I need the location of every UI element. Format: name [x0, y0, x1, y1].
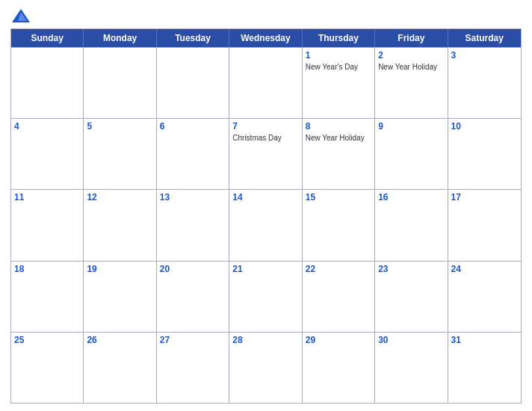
- calendar-cell: 7Christmas Day: [229, 119, 302, 189]
- day-number: 23: [378, 264, 444, 274]
- day-number: 0: [160, 50, 226, 61]
- week-row-2: 4567Christmas Day8New Year Holiday910: [11, 118, 521, 189]
- day-event: Christmas Day: [232, 133, 298, 143]
- day-number: 31: [451, 335, 518, 345]
- week-row-1: 00001New Year's Day2New Year Holiday3: [11, 47, 521, 118]
- day-number: 24: [451, 264, 518, 274]
- day-number: 15: [306, 192, 371, 203]
- day-number: 11: [14, 192, 80, 203]
- calendar-cell: 3: [448, 48, 521, 118]
- calendar-cell: 27: [157, 333, 229, 403]
- calendar-cell: 14: [229, 190, 302, 260]
- week-row-3: 11121314151617: [11, 189, 521, 260]
- weekday-header: Thursday: [303, 29, 375, 47]
- day-number: 0: [232, 50, 298, 61]
- day-number: 28: [232, 335, 298, 345]
- calendar-cell: 24: [448, 262, 521, 332]
- day-number: 10: [451, 121, 518, 132]
- day-number: 6: [160, 121, 226, 132]
- calendar-header: SundayMondayTuesdayWednesdayThursdayFrid…: [11, 29, 521, 47]
- weekday-header: Wednesday: [229, 29, 302, 47]
- calendar-cell: 5: [84, 119, 156, 189]
- weekday-header: Tuesday: [157, 29, 229, 47]
- day-number: 18: [14, 264, 80, 274]
- calendar-page: SundayMondayTuesdayWednesdayThursdayFrid…: [0, 0, 532, 411]
- top-bar: [10, 7, 522, 25]
- calendar-cell: 18: [11, 262, 84, 332]
- calendar-cell: 26: [84, 333, 156, 403]
- day-number: 20: [160, 264, 226, 274]
- calendar-cell: 16: [375, 190, 448, 260]
- calendar-cell: 22: [303, 262, 375, 332]
- day-number: 27: [160, 335, 226, 345]
- calendar-cell: 13: [157, 190, 229, 260]
- calendar-cell: 20: [157, 262, 229, 332]
- calendar-cell: 31: [448, 333, 521, 403]
- calendar-cell: 23: [375, 262, 448, 332]
- calendar-cell: 15: [303, 190, 375, 260]
- day-number: 9: [378, 121, 444, 132]
- day-number: 12: [87, 192, 152, 203]
- calendar-cell: 4: [11, 119, 84, 189]
- week-row-5: 25262728293031: [11, 332, 521, 403]
- calendar-cell: 0: [229, 48, 302, 118]
- logo-icon: [10, 7, 31, 25]
- logo: [10, 7, 37, 25]
- day-number: 13: [160, 192, 226, 203]
- day-number: 3: [451, 50, 518, 61]
- calendar-cell: 25: [11, 333, 84, 403]
- day-number: 25: [14, 335, 80, 345]
- day-number: 1: [306, 50, 371, 61]
- calendar-cell: 8New Year Holiday: [303, 119, 375, 189]
- calendar-cell: 2New Year Holiday: [375, 48, 448, 118]
- day-number: 5: [87, 121, 152, 132]
- calendar-cell: 29: [303, 333, 375, 403]
- day-number: 2: [378, 50, 444, 61]
- day-number: 4: [14, 121, 80, 132]
- calendar-body: 00001New Year's Day2New Year Holiday3456…: [11, 47, 521, 403]
- calendar-cell: 9: [375, 119, 448, 189]
- calendar-cell: 19: [84, 262, 156, 332]
- weekday-header: Friday: [375, 29, 448, 47]
- calendar-cell: 17: [448, 190, 521, 260]
- weekday-header: Saturday: [448, 29, 521, 47]
- day-number: 14: [232, 192, 298, 203]
- day-number: 22: [306, 264, 371, 274]
- day-number: 0: [14, 50, 80, 61]
- calendar-cell: 21: [229, 262, 302, 332]
- day-number: 26: [87, 335, 152, 345]
- day-event: New Year Holiday: [378, 62, 444, 72]
- calendar-cell: 0: [157, 48, 229, 118]
- calendar-cell: 11: [11, 190, 84, 260]
- day-number: 21: [232, 264, 298, 274]
- calendar-cell: 0: [84, 48, 156, 118]
- day-event: New Year's Day: [306, 62, 371, 72]
- weekday-header: Monday: [84, 29, 156, 47]
- weekday-header: Sunday: [11, 29, 84, 47]
- day-number: 17: [451, 192, 518, 203]
- day-number: 8: [306, 121, 371, 132]
- day-number: 0: [87, 50, 152, 61]
- week-row-4: 18192021222324: [11, 261, 521, 332]
- calendar: SundayMondayTuesdayWednesdayThursdayFrid…: [10, 28, 522, 404]
- day-event: New Year Holiday: [306, 133, 371, 143]
- day-number: 19: [87, 264, 152, 274]
- day-number: 29: [306, 335, 371, 345]
- day-number: 30: [378, 335, 444, 345]
- calendar-cell: 28: [229, 333, 302, 403]
- calendar-cell: 6: [157, 119, 229, 189]
- calendar-cell: 30: [375, 333, 448, 403]
- calendar-cell: 12: [84, 190, 156, 260]
- day-number: 7: [232, 121, 298, 132]
- calendar-cell: 0: [11, 48, 84, 118]
- day-number: 16: [378, 192, 444, 203]
- calendar-cell: 1New Year's Day: [303, 48, 375, 118]
- calendar-cell: 10: [448, 119, 521, 189]
